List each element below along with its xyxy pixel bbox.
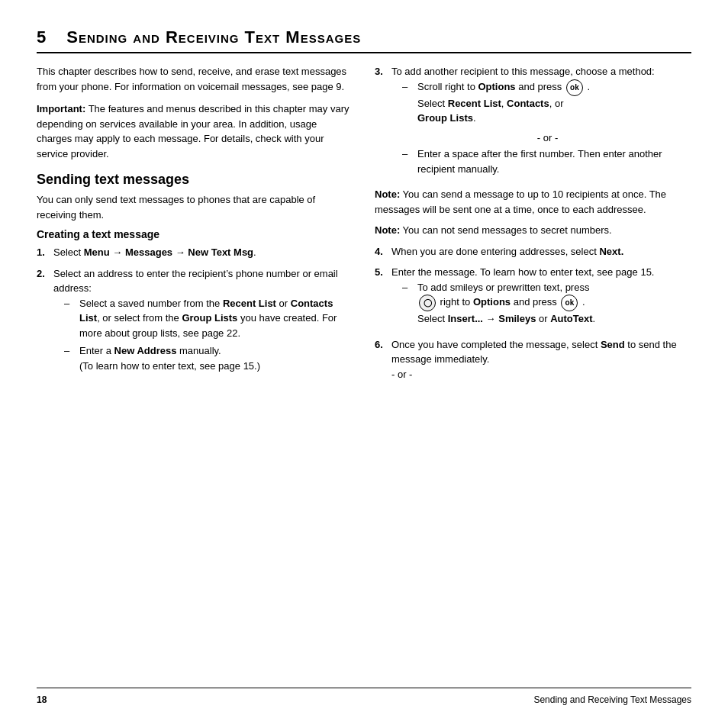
smileys-label: Smileys: [498, 313, 536, 324]
recent-list-label-2: Recent List: [448, 98, 501, 109]
options-label-1: Options: [478, 81, 515, 92]
page: 5 Sending and Receiving Text Messages Th…: [0, 0, 728, 728]
autotext-label: AutoText: [550, 313, 592, 324]
ok-button-1: ok: [566, 79, 583, 96]
step-5-content: Enter the message. To learn how to enter…: [391, 265, 691, 331]
step-6-content: Once you have completed the message, sel…: [391, 337, 691, 382]
step-5-num: 5.: [375, 265, 388, 280]
bullet-new-address: – Enter a New Address manually. (To lear…: [61, 343, 353, 373]
circle-icon: ◯: [419, 295, 436, 311]
step-3-bullets-2: – Enter a space after the first number. …: [399, 147, 691, 176]
subheading-creating: Creating a text message: [37, 228, 353, 240]
note-2-text: You can not send messages to secret numb…: [403, 224, 612, 236]
footer-page-number: 18: [37, 694, 47, 705]
section-heading-sending: Sending text messages: [37, 172, 353, 188]
chapter-number: 5: [37, 27, 47, 47]
contacts-label: Contacts: [507, 98, 549, 109]
insert-label: Insert...: [448, 313, 483, 324]
title-divider: [37, 52, 691, 53]
step-4-content: When you are done entering addresses, se…: [391, 244, 691, 259]
bullet-new-address-text: Enter a New Address manually. (To learn …: [79, 343, 353, 373]
important-label: Important:: [37, 103, 85, 114]
note-2-label: Note:: [375, 224, 400, 236]
footer-title: Sending and Receiving Text Messages: [533, 694, 691, 705]
group-lists-label-2: Group Lists: [417, 112, 473, 124]
bullet-recent-list-text: Select a saved number from the Recent Li…: [79, 296, 353, 341]
send-label: Send: [601, 339, 625, 350]
note-1-text: You can send a message to up to 10 recip…: [375, 188, 666, 215]
step-2-bullets: – Select a saved number from the Recent …: [61, 296, 353, 374]
bullet-scroll-options: – Scroll right to Options and press ok .…: [399, 79, 691, 126]
chapter-header: 5 Sending and Receiving Text Messages: [37, 27, 691, 47]
bullet-smileys-text: To add smileys or prewritten text, press…: [417, 280, 691, 327]
new-text-msg-label: New Text Msg: [188, 246, 253, 258]
dash-icon: –: [64, 296, 76, 311]
steps-list-left: 1. Select Menu → Messages → New Text Msg…: [37, 245, 353, 378]
bullet-enter-space-text: Enter a space after the first number. Th…: [417, 147, 691, 176]
bullet-recent-list: – Select a saved number from the Recent …: [61, 296, 353, 341]
step-6-num: 6.: [375, 337, 388, 353]
note-2: Note: You can not send messages to secre…: [375, 223, 691, 238]
dash-icon-3: –: [402, 79, 414, 95]
step-3-num: 3.: [375, 64, 388, 79]
step-5-bullets: – To add smileys or prewritten text, pre…: [399, 280, 691, 327]
or-divider-1: - or -: [404, 130, 691, 146]
ok-button-2: ok: [561, 295, 578, 311]
step-5: 5. Enter the message. To learn how to en…: [375, 265, 691, 331]
sending-intro: You can only send text messages to phone…: [37, 192, 353, 222]
new-address-note: (To learn how to enter text, see page 15…: [79, 360, 260, 372]
step-6: 6. Once you have completed the message, …: [375, 337, 691, 382]
right-column: 3. To add another recipient to this mess…: [375, 64, 691, 680]
step-1: 1. Select Menu → Messages → New Text Msg…: [37, 245, 353, 260]
steps-list-right-2: 4. When you are done entering addresses,…: [375, 244, 691, 382]
step-1-content: Select Menu → Messages → New Text Msg.: [53, 245, 353, 260]
options-label-2: Options: [473, 296, 511, 308]
step-2-content: Select an address to enter the recipient…: [53, 266, 353, 378]
messages-label: Messages: [125, 246, 172, 258]
step-3: 3. To add another recipient to this mess…: [375, 64, 691, 181]
note-1-label: Note:: [375, 188, 400, 200]
step-2: 2. Select an address to enter the recipi…: [37, 266, 353, 378]
important-block: Important: The features and menus descri…: [37, 101, 353, 161]
dash-icon-4: –: [402, 147, 414, 162]
step-4: 4. When you are done entering addresses,…: [375, 244, 691, 259]
step-4-num: 4.: [375, 244, 388, 259]
bullet-enter-space: – Enter a space after the first number. …: [399, 147, 691, 176]
steps-list-right: 3. To add another recipient to this mess…: [375, 64, 691, 181]
step-3-bullets: – Scroll right to Options and press ok .…: [399, 79, 691, 126]
dash-icon-5: –: [402, 280, 414, 295]
dash-icon-2: –: [64, 343, 76, 359]
new-address-label: New Address: [114, 345, 177, 356]
next-label: Next.: [599, 246, 623, 257]
main-content: This chapter describes how to send, rece…: [37, 64, 691, 680]
recent-list-label: Recent List: [223, 298, 276, 309]
step-3-content: To add another recipient to this message…: [391, 64, 691, 181]
left-column: This chapter describes how to send, rece…: [37, 64, 353, 680]
page-footer: 18 Sending and Receiving Text Messages: [37, 688, 691, 705]
group-lists-label: Group Lists: [182, 312, 237, 324]
bullet-scroll-options-text: Scroll right to Options and press ok . S…: [417, 79, 691, 126]
step-2-num: 2.: [37, 266, 50, 282]
chapter-title: 5 Sending and Receiving Text Messages: [37, 27, 691, 47]
menu-label: Menu: [84, 246, 110, 258]
note-1: Note: You can send a message to up to 10…: [375, 187, 691, 217]
step-1-num: 1.: [37, 245, 50, 260]
chapter-title-text: Sending and Receiving Text Messages: [66, 27, 361, 47]
bullet-smileys: – To add smileys or prewritten text, pre…: [399, 280, 691, 327]
intro-paragraph: This chapter describes how to send, rece…: [37, 64, 353, 94]
